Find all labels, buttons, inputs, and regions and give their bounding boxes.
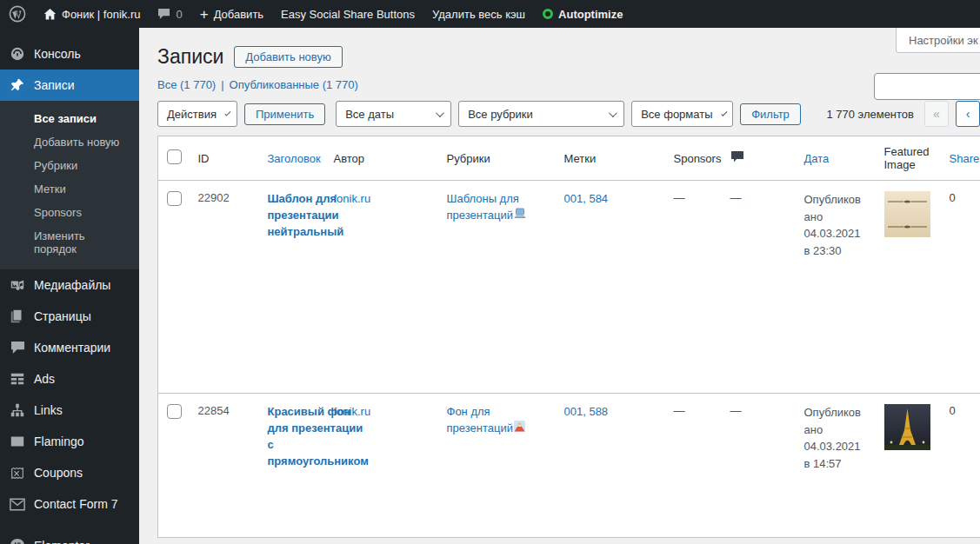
featured-image-thumbnail[interactable]: [884, 191, 930, 237]
categories-filter-select[interactable]: Все рубрики: [458, 101, 624, 127]
column-header-featured-image: Featured Image: [876, 136, 941, 181]
sidebar-item-ads[interactable]: Ads: [0, 363, 139, 395]
sponsors-value: —: [674, 404, 685, 417]
post-date-cell: Опубликовано 04.03.2021 в 14:57: [796, 394, 876, 538]
autoptimize-ring-icon: [543, 9, 553, 19]
formats-filter-select[interactable]: Все форматы: [631, 101, 733, 127]
sidebar-label-coupons: Coupons: [34, 466, 83, 480]
screen-options-tab[interactable]: Настройки эк: [896, 28, 980, 53]
essb-menu[interactable]: Easy Social Share Buttons: [272, 0, 423, 28]
post-category-link[interactable]: Фон для презентаций: [447, 405, 513, 435]
post-date: 04.03.2021: [804, 225, 867, 242]
items-count: 1 770 элементов: [826, 108, 917, 121]
pushpin-icon: [9, 76, 26, 94]
links-icon: [9, 401, 26, 419]
post-tags-link[interactable]: 001, 588: [564, 405, 609, 418]
sidebar-item-flamingo[interactable]: Flamingo: [0, 426, 139, 457]
row-checkbox[interactable]: [167, 191, 182, 206]
sidebar-item-coupons[interactable]: Coupons: [0, 457, 139, 488]
table-header-row: ID Заголовок Автор Рубрики Метки Sponsor…: [158, 136, 980, 181]
sidebar-label-flamingo: Flamingo: [34, 435, 84, 448]
submenu-tags[interactable]: Метки: [0, 177, 139, 201]
page-header: Записи Добавить новую: [157, 45, 980, 69]
previous-page-button[interactable]: ‹: [956, 101, 980, 127]
post-author-link[interactable]: fonik.ru: [334, 405, 371, 418]
views-separator: |: [221, 78, 223, 91]
post-status: Опубликовано: [804, 191, 867, 225]
sidebar-item-posts[interactable]: Записи: [0, 70, 139, 101]
comments-value: —: [730, 404, 742, 417]
coupons-icon: [9, 464, 26, 481]
apply-button[interactable]: Применить: [244, 103, 325, 125]
column-header-categories: Рубрики: [438, 136, 556, 181]
comments-menu[interactable]: 0: [149, 0, 190, 28]
sidebar-item-dashboard[interactable]: Консоль: [0, 38, 139, 70]
sponsors-value: —: [674, 191, 685, 204]
post-status: Опубликовано: [804, 404, 867, 438]
flamingo-icon: [9, 433, 26, 450]
bulk-actions-select[interactable]: Действия: [157, 101, 237, 127]
sidebar-label-comments: Комментарии: [34, 341, 110, 355]
site-menu[interactable]: Фоник | fonik.ru: [35, 0, 149, 28]
sidebar-item-links[interactable]: Links: [0, 395, 139, 426]
home-icon: [43, 8, 57, 21]
column-header-shares[interactable]: Shares: [941, 136, 980, 181]
view-published-link[interactable]: Опубликованные (1 770): [230, 78, 358, 91]
wordpress-logo-menu[interactable]: [0, 0, 35, 28]
post-author-link[interactable]: fonik.ru: [334, 192, 371, 205]
table-toolbar: Действия Применить Все даты Все рубрики …: [157, 100, 980, 128]
comments-count: 0: [176, 8, 182, 21]
admin-bar: Фоник | fonik.ru 0 + Добавить Easy Socia…: [0, 0, 980, 28]
autoptimize-label: Autoptimize: [558, 8, 623, 21]
sidebar-item-comments[interactable]: Комментарии: [0, 332, 139, 363]
comments-value: —: [730, 191, 742, 204]
autoptimize-menu[interactable]: Autoptimize: [534, 0, 631, 28]
sidebar-item-pages[interactable]: Страницы: [0, 301, 139, 332]
sidebar-item-media[interactable]: Медиафайлы: [0, 269, 139, 301]
post-date: 04.03.2021: [804, 438, 867, 455]
first-page-button[interactable]: «: [924, 101, 949, 127]
filter-button[interactable]: Фильтр: [740, 103, 801, 125]
submenu-add-new[interactable]: Добавить новую: [0, 130, 139, 154]
view-all-link[interactable]: Все (1 770): [157, 78, 216, 91]
shares-value: 0: [950, 191, 956, 204]
shares-value: 0: [950, 404, 956, 417]
row-checkbox[interactable]: [167, 404, 182, 419]
post-title-link[interactable]: Шаблон для презентации нейтральный: [268, 191, 344, 241]
sidebar-item-elementor[interactable]: Elementor: [0, 530, 139, 544]
sidebar-label-dashboard: Консоль: [34, 47, 81, 61]
post-category-link[interactable]: Шаблоны для презентаций: [447, 192, 519, 222]
submenu-all-posts[interactable]: Все записи: [0, 107, 139, 130]
comments-icon: [9, 339, 26, 356]
post-time: в 14:57: [804, 455, 867, 473]
dates-filter-label: Все даты: [345, 108, 394, 121]
submenu-reorder[interactable]: Изменить порядок: [0, 224, 139, 261]
post-tags-link[interactable]: 001, 584: [564, 192, 609, 205]
column-header-title[interactable]: Заголовок: [259, 136, 325, 181]
select-all-checkbox[interactable]: [167, 149, 182, 164]
chevron-down-icon: [224, 109, 230, 116]
dates-filter-select[interactable]: Все даты: [336, 101, 451, 127]
comment-bubble-icon: [157, 8, 170, 20]
featured-image-thumbnail[interactable]: [884, 404, 930, 450]
post-row: 22854 Красивый фон для презентации с пря…: [158, 394, 980, 538]
submenu-categories[interactable]: Рубрики: [0, 154, 139, 177]
add-new-label: Добавить: [214, 8, 263, 21]
site-name: Фоник | fonik.ru: [62, 8, 140, 21]
new-content-menu[interactable]: + Добавить: [191, 0, 272, 28]
add-new-post-button[interactable]: Добавить новую: [234, 46, 342, 68]
sidebar-label-contact-form-7: Contact Form 7: [34, 497, 117, 511]
column-header-comments: [722, 136, 796, 181]
dashboard-icon: [9, 45, 26, 63]
search-input[interactable]: [874, 73, 980, 100]
submenu-sponsors[interactable]: Sponsors: [0, 201, 139, 224]
sidebar-label-elementor: Elementor: [34, 539, 90, 544]
clear-cache-menu[interactable]: Удалить весь кэш: [423, 0, 534, 28]
column-header-author: Автор: [325, 136, 438, 181]
elementor-icon: [9, 537, 26, 544]
formats-filter-label: Все форматы: [641, 108, 712, 121]
column-header-date[interactable]: Дата: [796, 136, 876, 181]
envelope-icon: [9, 495, 26, 513]
column-header-id: ID: [190, 136, 259, 181]
sidebar-item-contact-form-7[interactable]: Contact Form 7: [0, 488, 139, 520]
